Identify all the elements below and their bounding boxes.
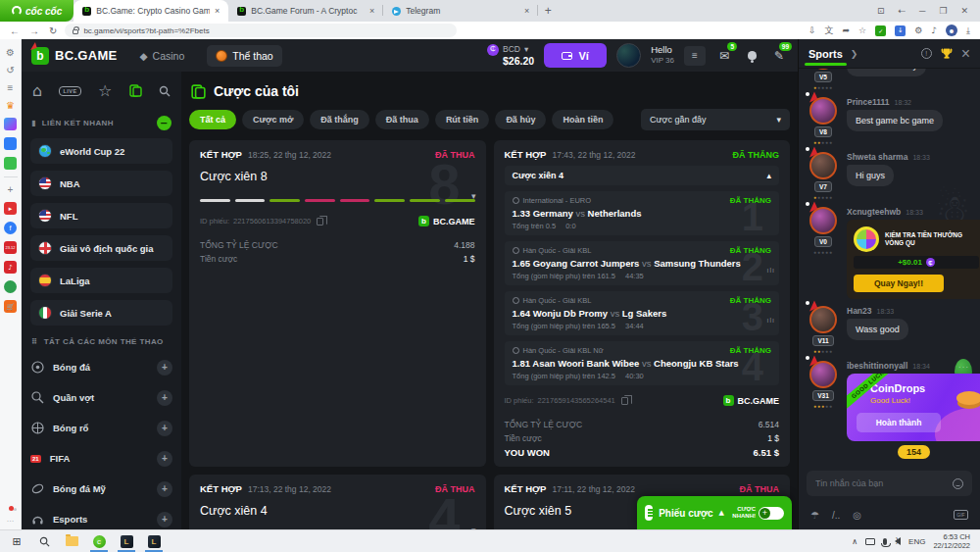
avatar[interactable] — [809, 361, 837, 388]
games-icon[interactable] — [4, 157, 17, 170]
avatar[interactable] — [809, 207, 837, 234]
user-avatar[interactable] — [616, 43, 641, 68]
game-app-icon[interactable]: L — [141, 530, 167, 552]
calendar-icon[interactable]: 23.12 — [4, 241, 17, 254]
sidebar-item-nfl[interactable]: NFL — [30, 203, 172, 228]
coindrops-complete-button[interactable]: Hoàn thành — [857, 413, 941, 432]
sort-dropdown[interactable]: Cược gần đây ▾ — [641, 109, 790, 130]
sidebar-item-eworldcup[interactable]: eWorld Cup 22 — [30, 138, 172, 164]
crown-icon[interactable]: ♛ — [6, 100, 15, 111]
trophy-icon[interactable] — [941, 48, 953, 60]
network-display-icon[interactable] — [865, 538, 875, 545]
expand-plus-icon[interactable]: + — [157, 451, 172, 467]
language-indicator[interactable]: ENG — [908, 537, 925, 546]
chat-rules-icon[interactable]: ! — [921, 48, 932, 59]
session-restore-icon[interactable]: ⇠ — [898, 6, 906, 16]
microphone-icon[interactable] — [883, 538, 887, 545]
my-bets-icon[interactable] — [129, 84, 142, 97]
filter-all[interactable]: Tất cả — [189, 110, 236, 129]
add-shortcut-icon[interactable]: + — [8, 184, 14, 195]
bcgame-logo[interactable]: b BC.GAME — [31, 47, 118, 65]
sidebar-item-esports[interactable]: Esports + — [30, 506, 172, 529]
parlay-leg[interactable]: Hàn Quốc - Giải KBL Nữ ĐÃ THẮNG 1.81 Asa… — [505, 341, 780, 385]
zalo-icon[interactable] — [4, 137, 17, 150]
mail-icon[interactable]: ✉ 5 — [715, 47, 733, 65]
filter-won[interactable]: Đã thắng — [310, 110, 369, 129]
chat-commands-icon[interactable]: /.. — [832, 510, 840, 521]
sidebar-item-laliga[interactable]: LaLiga — [30, 268, 172, 293]
gif-keyboard-icon[interactable]: GIF — [954, 510, 968, 520]
lucky-spin-promo-card[interactable]: KIỂM TRA TIỀN THƯỞNG VÒNG QU +$0.01 ₵ Qu… — [847, 220, 980, 299]
avatar[interactable] — [809, 152, 837, 179]
spin-now-button[interactable]: Quay Ngay!! — [854, 275, 944, 292]
browser-tab-telegram[interactable]: Telegram × — [383, 0, 538, 22]
browser-tab-bcgame[interactable]: BC.Game: Crypto Casino Gam × — [74, 0, 228, 22]
sidebar-item-basketball[interactable]: Bóng rổ + — [30, 415, 172, 441]
coindrops-promo-card[interactable]: GOOD LUCK CoinDrops Good Luck! Hoàn thàn… — [847, 374, 980, 441]
filter-cancelled[interactable]: Đã hủy — [495, 110, 546, 129]
history-icon[interactable]: ↺ — [6, 65, 14, 75]
collapse-minus-button[interactable]: − — [157, 116, 172, 130]
avatar[interactable] — [809, 306, 837, 333]
expand-plus-icon[interactable]: + — [157, 481, 172, 497]
speaker-icon[interactable] — [895, 537, 901, 545]
filter-lost[interactable]: Đã thua — [375, 110, 429, 129]
expand-plus-icon[interactable]: + — [157, 512, 172, 527]
chat-username[interactable]: ibeshittinonyall — [847, 361, 907, 371]
chat-username[interactable]: Prince1111 — [847, 97, 890, 107]
nav-casino[interactable]: ◆ Casino — [131, 45, 194, 67]
game-app-icon[interactable]: L — [114, 530, 139, 552]
chat-username[interactable]: Han23 — [847, 306, 872, 316]
address-bar[interactable]: bc.game/vi/sports?bt-path=%2Fbets — [65, 24, 457, 37]
chat-toggle-icon[interactable]: ✎ 99 — [770, 47, 788, 65]
parlay-leg[interactable]: International - EURO ĐÃ THẮNG 1.33 Germa… — [505, 191, 780, 235]
chat-username[interactable]: Shweta sharma — [847, 152, 907, 162]
browser-tab-forum[interactable]: BC.Game Forum - A Cryptoc × — [228, 0, 383, 22]
tab-close-icon[interactable]: × — [369, 6, 374, 16]
home-icon[interactable]: ⌂ — [32, 81, 42, 100]
bookmark-star-icon[interactable]: ☆ — [858, 25, 866, 35]
extensions-icon[interactable]: ⚙ — [914, 25, 922, 35]
notes-icon[interactable]: ♪ — [931, 25, 937, 35]
sidebar-item-nba[interactable]: NBA — [30, 171, 172, 196]
expand-plus-icon[interactable]: + — [157, 360, 172, 376]
messenger-icon[interactable] — [4, 118, 17, 130]
live-icon[interactable]: LIVE — [59, 86, 80, 96]
forward-icon[interactable]: → — [29, 25, 39, 36]
profile-avatar-icon[interactable]: ☻ — [946, 25, 957, 36]
user-info[interactable]: Hello VIP 36 — [651, 45, 674, 65]
coccoc-taskbar-icon[interactable]: c — [86, 530, 112, 552]
sidebar-item-tennis[interactable]: Quần vợt + — [30, 384, 172, 411]
music-app-icon[interactable]: ♪ — [4, 261, 17, 274]
facebook-icon[interactable]: f — [4, 222, 17, 234]
close-button[interactable]: ✕ — [960, 6, 968, 16]
minimize-button[interactable]: ─ — [919, 6, 925, 16]
sidebar-item-premier-league[interactable]: Giải vô địch quốc gia — [30, 235, 172, 261]
coccoc-brand-button[interactable]: cốc cốc — [0, 0, 74, 22]
sidebar-item-american-football[interactable]: Bóng đá Mỹ + — [30, 476, 172, 502]
sidebar-item-serie-a[interactable]: Giải Serie A — [30, 300, 172, 326]
tray-expand-icon[interactable]: ∧ — [852, 537, 858, 546]
tab-close-icon[interactable]: × — [524, 6, 529, 16]
expand-plus-icon[interactable]: + — [157, 390, 172, 406]
more-options-icon[interactable]: … — [7, 515, 15, 524]
rank-list-icon[interactable]: ≡ — [684, 46, 706, 66]
favorites-star-icon[interactable]: ☆ — [98, 81, 112, 100]
back-icon[interactable]: ← — [10, 25, 20, 36]
balance-selector[interactable]: ₵ BCD ▾ $26.20 — [487, 44, 534, 68]
avatar[interactable] — [809, 97, 837, 125]
chat-input-box[interactable] — [807, 471, 972, 496]
coin-flip-icon[interactable]: ◎ — [853, 510, 861, 521]
shopping-cart-icon[interactable]: 🛒 — [4, 300, 17, 313]
copy-icon[interactable] — [317, 218, 323, 226]
maximize-button[interactable]: ❐ — [939, 6, 947, 16]
emoji-icon[interactable] — [953, 478, 963, 489]
quick-bet-toggle[interactable] — [759, 507, 784, 520]
reading-list-icon[interactable]: ≡ — [8, 82, 14, 93]
start-button[interactable]: ⊞ — [4, 530, 29, 552]
parlay-leg[interactable]: Hàn Quốc - Giải KBL ĐÃ THẮNG 1.65 Goyang… — [505, 241, 780, 285]
copy-icon[interactable] — [621, 397, 628, 405]
filter-cashout[interactable]: Rút tiền — [435, 110, 490, 129]
settings-gear-icon[interactable]: ⚙ — [6, 47, 15, 58]
chat-close-icon[interactable]: × — [961, 45, 970, 63]
